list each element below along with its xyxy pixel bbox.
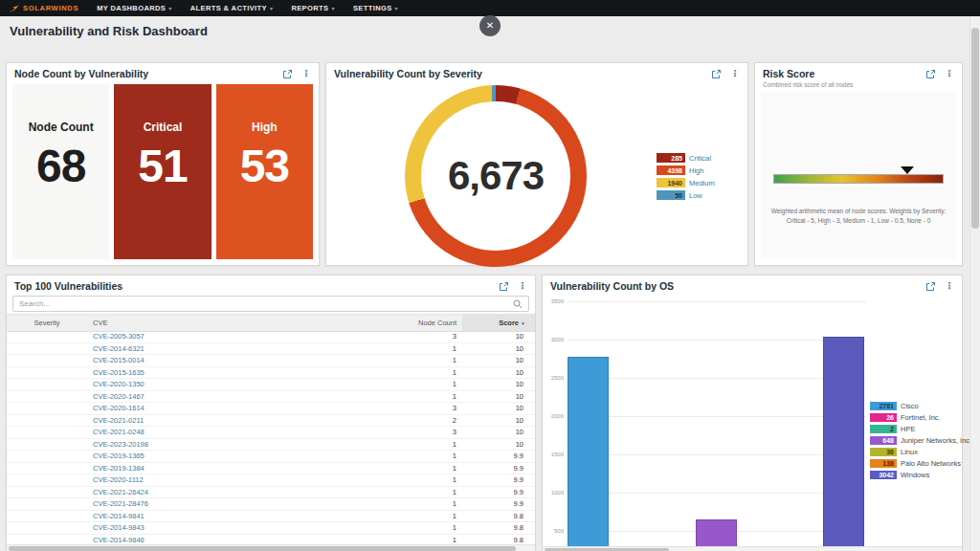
- chevron-down-icon: ▾: [395, 6, 398, 11]
- table-row: CVE-2023-20198110: [7, 439, 535, 452]
- legend-item-medium[interactable]: 1940Medium: [657, 178, 715, 187]
- widget-title: Vulnerability Count by OS: [550, 280, 674, 292]
- column-header-severity[interactable]: Severity: [7, 319, 87, 327]
- kebab-menu-icon[interactable]: ⋮: [301, 69, 311, 78]
- widget-title: Vulnerability Count by Severity: [334, 68, 482, 79]
- widget-header: Node Count by Vulnerability ⋮: [7, 63, 319, 84]
- legend-item-juniper-networks-inc-[interactable]: 648Juniper Networks, Inc.: [870, 435, 971, 445]
- score-cell: 9.8: [462, 536, 535, 542]
- legend-label: HPE: [901, 425, 915, 433]
- node-count-cell: 1: [374, 499, 462, 508]
- table-row: CVE-2014-6321110: [7, 343, 535, 356]
- cve-link[interactable]: CVE-2023-20198: [87, 440, 374, 449]
- legend-color-chip: 648: [870, 436, 897, 445]
- cve-link[interactable]: CVE-2005-3057: [87, 332, 374, 341]
- risk-score-gauge: Weighted arithmetic mean of node scores.…: [761, 92, 956, 259]
- column-header-node-count[interactable]: Node Count: [374, 319, 462, 327]
- legend-item-windows[interactable]: 3042Windows: [870, 470, 971, 479]
- node-count-cell: 2: [374, 416, 462, 425]
- legend-item-low[interactable]: 50Low: [657, 190, 715, 200]
- legend-item-cisco[interactable]: 2781Cisco: [870, 401, 971, 410]
- open-in-new-window-icon[interactable]: [925, 69, 936, 79]
- risk-marker: [901, 166, 914, 174]
- y-axis-tick-label: 1000: [543, 489, 564, 496]
- open-in-new-window-icon[interactable]: [499, 281, 509, 292]
- table-row: CVE-2021-2847619.9: [7, 498, 535, 511]
- os-legend: 2781Cisco26Fortinet, Inc.2HPE648Juniper …: [870, 401, 971, 479]
- cve-link[interactable]: CVE-2019-1384: [87, 464, 374, 473]
- widget-header: Vulnerability Count by Severity ⋮: [326, 63, 747, 84]
- legend-color-chip: 285: [657, 153, 685, 163]
- legend-item-critical[interactable]: 285Critical: [657, 153, 715, 163]
- widget-title: Risk Score: [763, 68, 814, 79]
- y-axis-tick-label: 2000: [543, 412, 564, 420]
- column-header-cve[interactable]: CVE: [87, 319, 374, 327]
- nav-item-alerts-activity[interactable]: ALERTS & ACTIVITY▾: [190, 4, 274, 12]
- score-cell: 10: [462, 344, 535, 353]
- cve-link[interactable]: CVE-2014-6321: [87, 344, 374, 353]
- legend-item-linux[interactable]: 36Linux: [870, 447, 971, 456]
- score-cell: 9.9: [462, 475, 535, 484]
- node-count-cell: 3: [374, 428, 462, 436]
- donut-total-value: 6,673: [405, 85, 587, 267]
- nav-item-settings[interactable]: SETTINGS▾: [353, 4, 398, 12]
- widget-risk-score: Risk Score ⋮ Combined risk score of all …: [754, 62, 963, 266]
- open-in-new-window-icon[interactable]: [711, 69, 722, 79]
- horizontal-scrollbar: [543, 546, 962, 551]
- legend-item-high[interactable]: 4398High: [657, 165, 715, 175]
- y-axis-tick-label: 3000: [543, 336, 564, 343]
- solarwinds-brand[interactable]: SOLARWINDS: [9, 4, 78, 13]
- open-in-new-window-icon[interactable]: [282, 69, 293, 79]
- legend-item-palo-alto-networks[interactable]: 138Palo Alto Networks: [870, 458, 971, 468]
- gridline: [568, 301, 866, 302]
- metric-tile-high: High53: [216, 84, 313, 259]
- legend-item-hpe[interactable]: 2HPE: [870, 424, 971, 433]
- close-button[interactable]: ✕: [479, 15, 501, 36]
- cve-link[interactable]: CVE-2020-1614: [87, 404, 374, 412]
- kebab-menu-icon[interactable]: ⋮: [945, 69, 954, 78]
- column-header-score[interactable]: Score ▼: [462, 315, 535, 331]
- kebab-menu-icon[interactable]: ⋮: [945, 281, 954, 291]
- search-box: [12, 296, 529, 312]
- node-count-cell: 1: [374, 380, 462, 388]
- legend-label: Linux: [901, 448, 918, 456]
- cve-link[interactable]: CVE-2014-9846: [87, 536, 374, 542]
- cve-link[interactable]: CVE-2021-26424: [87, 488, 374, 496]
- legend-label: Cisco: [901, 402, 919, 410]
- table-row: CVE-2015-0014110: [7, 355, 535, 367]
- legend-label: Windows: [901, 471, 929, 479]
- bar-cisco: [568, 357, 609, 551]
- scrollbar-thumb[interactable]: [971, 28, 979, 229]
- cve-link[interactable]: CVE-2021-28476: [87, 499, 374, 508]
- cve-link[interactable]: CVE-2021-0211: [87, 416, 374, 425]
- kebab-menu-icon[interactable]: ⋮: [518, 281, 527, 291]
- legend-color-chip: 1940: [657, 178, 685, 187]
- nav-item-my-dashboards[interactable]: MY DASHBOARDS▾: [97, 4, 172, 12]
- cve-link[interactable]: CVE-2015-1635: [87, 368, 374, 377]
- cve-link[interactable]: CVE-2021-0248: [87, 428, 374, 436]
- brand-label: SOLARWINDS: [23, 4, 78, 12]
- node-count-cell: 1: [374, 475, 462, 484]
- open-in-new-window-icon[interactable]: [925, 281, 936, 292]
- widget-header: Top 100 Vulnerabilities ⋮: [7, 276, 535, 297]
- cve-link[interactable]: CVE-2014-9843: [87, 523, 374, 532]
- table-header-row: Severity CVE Node Count Score ▼: [7, 314, 535, 332]
- cve-link[interactable]: CVE-2020-1467: [87, 392, 374, 401]
- cve-link[interactable]: CVE-2015-0014: [87, 356, 374, 364]
- cve-link[interactable]: CVE-2014-9841: [87, 512, 374, 520]
- y-axis-tick-label: 3500: [543, 298, 564, 305]
- nav-item-reports[interactable]: REPORTS▾: [291, 4, 334, 12]
- legend-item-fortinet-inc-[interactable]: 26Fortinet, Inc.: [870, 412, 971, 422]
- score-cell: 9.9: [462, 452, 535, 460]
- table-row: CVE-2019-136519.9: [7, 451, 535, 463]
- cve-link[interactable]: CVE-2020-1112: [87, 475, 374, 484]
- cve-link[interactable]: CVE-2020-1350: [87, 380, 374, 388]
- node-count-cell: 1: [374, 488, 462, 496]
- cve-link[interactable]: CVE-2019-1365: [87, 452, 374, 460]
- search-input[interactable]: [13, 299, 513, 308]
- scrollbar-thumb[interactable]: [9, 546, 516, 551]
- metric-tile-value: 51: [138, 143, 187, 189]
- kebab-menu-icon[interactable]: ⋮: [730, 69, 740, 78]
- legend-color-chip: 4398: [657, 165, 685, 175]
- score-cell: 10: [462, 356, 535, 364]
